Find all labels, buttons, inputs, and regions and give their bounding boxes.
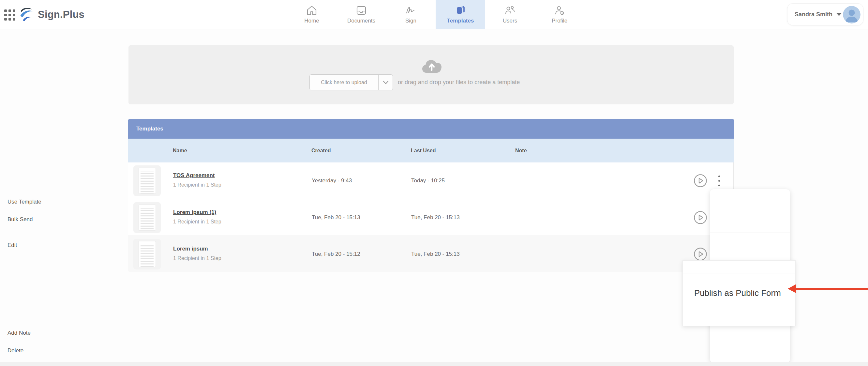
template-thumbnail [133, 202, 161, 233]
chevron-down-icon [383, 81, 389, 85]
tab-home-label: Home [304, 18, 319, 24]
top-bar: Sign.Plus Home Documents Sign [0, 0, 868, 29]
table-row: TOS Agreement 1 Recipient in 1 Step Yest… [128, 162, 733, 199]
upload-options-dropdown[interactable] [378, 75, 393, 90]
table-row: Lorem ipsum 1 Recipient in 1 Step Tue, F… [128, 236, 733, 272]
created-value: Yesterday - 9:43 [312, 162, 352, 199]
magnified-menu-item-callout: Publish as Public Form [682, 260, 796, 326]
upload-button-label[interactable]: Click here to upload [310, 75, 378, 90]
chevron-down-icon [836, 13, 842, 16]
table-row: Lorem ipsum (1) 1 Recipient in 1 Step Tu… [128, 199, 733, 236]
home-icon [306, 5, 317, 16]
brand-name: Sign.Plus [38, 9, 85, 21]
cloud-upload-icon [422, 59, 442, 75]
play-icon [693, 211, 707, 224]
template-subtitle: 1 Recipient in 1 Step [173, 255, 221, 261]
app-window: Sign.Plus Home Documents Sign [0, 0, 868, 366]
upload-hint-text: or drag and drop your files to create a … [398, 74, 520, 90]
menu-item-bulk-send[interactable]: Bulk Send [7, 214, 33, 225]
use-template-play-button[interactable] [693, 247, 707, 261]
red-pointer-arrow-icon [788, 283, 868, 294]
last-used-value: Tue, Feb 20 - 15:13 [411, 199, 460, 236]
template-thumbnail [133, 165, 161, 196]
menu-item-delete[interactable]: Delete [7, 345, 24, 356]
table-column-header: Name Created Last Used Note [128, 139, 734, 162]
column-last-used: Last Used [411, 148, 436, 154]
tab-profile-label: Profile [552, 18, 567, 24]
menu-item-edit[interactable]: Edit [7, 240, 17, 251]
template-thumbnail [133, 239, 161, 269]
created-value: Tue, Feb 20 - 15:13 [312, 199, 360, 236]
app-grid-icon[interactable] [3, 8, 16, 22]
brand-logo: Sign.Plus [18, 5, 85, 25]
menu-item-publish-as-public-form[interactable]: Publish as Public Form [694, 280, 781, 305]
menu-divider [710, 233, 790, 233]
bottom-edge-strip [0, 362, 868, 366]
templates-card: Templates Name Created Last Used Note TO… [128, 119, 734, 272]
tab-templates-label: Templates [447, 18, 474, 24]
template-subtitle: 1 Recipient in 1 Step [173, 182, 221, 188]
use-template-play-button[interactable] [693, 174, 707, 188]
use-template-play-button[interactable] [693, 211, 707, 224]
templates-icon [455, 5, 466, 16]
main-nav: Home Documents Sign [287, 0, 584, 29]
template-name-link[interactable]: Lorem ipsum (1) [173, 209, 221, 216]
tab-templates[interactable]: Templates [436, 0, 485, 29]
users-icon [504, 5, 516, 16]
last-used-value: Tue, Feb 20 - 15:13 [411, 236, 460, 272]
play-icon [693, 247, 707, 261]
tab-documents[interactable]: Documents [337, 0, 386, 29]
upload-button[interactable]: Click here to upload [309, 74, 393, 90]
tab-sign-label: Sign [405, 18, 416, 24]
column-name: Name [173, 148, 187, 154]
tab-sign[interactable]: Sign [386, 0, 436, 29]
document-page-preview [138, 168, 156, 193]
callout-divider [683, 273, 795, 273]
menu-item-use-template[interactable]: Use Template [7, 196, 41, 208]
user-menu[interactable]: Sandra Smith [787, 3, 863, 25]
tab-documents-label: Documents [347, 18, 375, 24]
templates-titlebar: Templates [128, 119, 734, 139]
template-name-link[interactable]: Lorem ipsum [173, 246, 221, 252]
signature-icon [405, 5, 417, 16]
document-page-preview [138, 205, 156, 230]
tab-profile[interactable]: Profile [535, 0, 584, 29]
created-value: Tue, Feb 20 - 15:12 [312, 236, 360, 272]
template-subtitle: 1 Recipient in 1 Step [173, 219, 221, 225]
menu-item-add-note[interactable]: Add Note [7, 328, 31, 339]
profile-icon [554, 5, 565, 16]
user-name: Sandra Smith [795, 11, 833, 18]
tab-home[interactable]: Home [287, 0, 337, 29]
documents-icon [356, 5, 367, 16]
callout-divider [683, 313, 795, 313]
row-actions-kebab-icon[interactable] [716, 173, 722, 188]
tab-users[interactable]: Users [485, 0, 535, 29]
templates-title: Templates [136, 126, 163, 132]
tab-users-label: Users [503, 18, 517, 24]
play-icon [693, 174, 707, 188]
column-note: Note [515, 148, 527, 154]
avatar-icon [843, 6, 861, 24]
template-name-link[interactable]: TOS Agreement [173, 172, 221, 179]
signplus-logo-icon [18, 6, 35, 23]
grid-dots-icon [4, 9, 16, 21]
document-page-preview [138, 241, 156, 267]
last-used-value: Today - 10:25 [411, 162, 445, 199]
column-created: Created [311, 148, 331, 154]
avatar[interactable] [843, 6, 861, 24]
